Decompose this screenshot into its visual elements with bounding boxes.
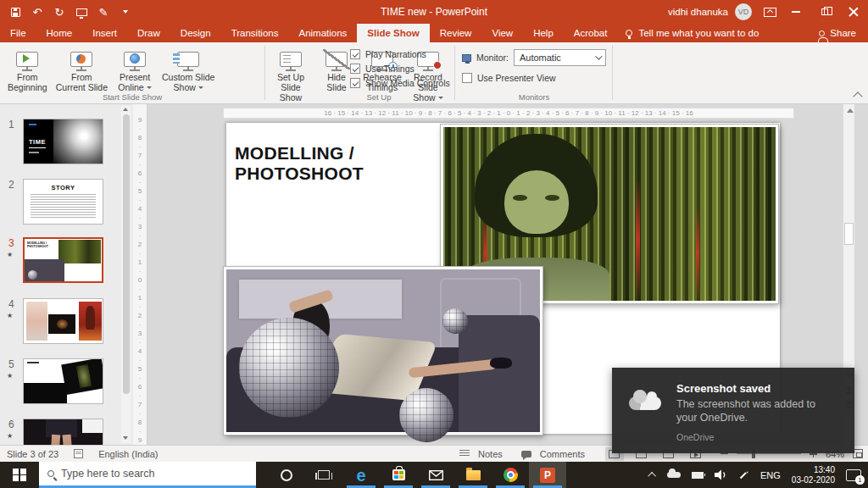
cortana-icon — [281, 469, 292, 481]
close-icon — [849, 7, 859, 17]
powerpoint-window: ↶ ↻ ✎ TIME new - PowerPoint vidhi dhanuk… — [0, 0, 868, 488]
slide-thumbnail-3-selected[interactable]: MODELLING / PHOTOSHOOT — [23, 237, 103, 283]
task-view-button[interactable] — [305, 462, 342, 488]
save-button[interactable] — [8, 5, 22, 19]
collapse-ribbon-button[interactable] — [853, 92, 862, 101]
monitor-dropdown[interactable]: Automatic — [514, 49, 606, 66]
use-presenter-view-checkbox[interactable]: Use Presenter View — [462, 73, 606, 83]
tab-acrobat[interactable]: Acrobat — [564, 24, 618, 42]
redo-button[interactable]: ↻ — [53, 5, 66, 19]
tab-view[interactable]: View — [481, 24, 523, 42]
slide-thumbnail-2[interactable]: STORY — [23, 179, 103, 225]
tell-me-box[interactable]: Tell me what you want to do — [617, 24, 767, 42]
tab-help[interactable]: Help — [523, 24, 564, 42]
chrome-icon — [504, 468, 518, 482]
from-current-slide-button[interactable]: From Current Slide — [53, 47, 110, 94]
onedrive-cloud-icon — [629, 396, 661, 410]
notes-button[interactable]: Notes — [478, 449, 503, 459]
use-timings-checkbox[interactable]: Use Timings — [350, 64, 456, 74]
undo-button[interactable]: ↶ — [31, 5, 44, 19]
chevron-down-icon — [123, 10, 128, 14]
language-indicator[interactable]: English (India) — [98, 449, 158, 459]
volume-icon[interactable] — [715, 469, 727, 480]
customize-qat-button[interactable] — [119, 5, 132, 19]
disco-ball-medium — [399, 388, 453, 442]
share-button[interactable]: Share — [819, 24, 868, 42]
minimize-button[interactable] — [782, 0, 810, 24]
ribbon-display-options-icon[interactable] — [764, 8, 776, 17]
lightbulb-icon — [626, 30, 632, 36]
slide-number: 2 — [8, 179, 14, 191]
chrome-button[interactable] — [492, 462, 529, 488]
thumb2-title: STORY — [24, 184, 103, 191]
scroll-up-icon — [847, 108, 854, 113]
start-button[interactable] — [0, 462, 39, 488]
edge-icon: e — [356, 467, 365, 484]
tab-review[interactable]: Review — [430, 24, 482, 42]
close-button[interactable] — [839, 0, 868, 24]
pen-icon[interactable] — [738, 469, 749, 480]
slide-number: 6 — [8, 419, 14, 430]
taskbar-search-box[interactable]: Type here to search — [39, 462, 256, 488]
action-center-button[interactable]: 1 — [846, 469, 861, 481]
minimize-icon — [792, 11, 800, 13]
account-name[interactable]: vidhi dhanuka — [668, 7, 728, 17]
spell-check-icon[interactable] — [74, 449, 83, 458]
tab-animations[interactable]: Animations — [288, 24, 357, 42]
avatar[interactable]: VD — [735, 3, 752, 20]
time: 13:40 — [792, 465, 835, 475]
toast-body: The screenshot was added to your OneDriv… — [676, 397, 837, 424]
slide-title-text[interactable]: MODELLING / PHOTOSHOOT — [235, 143, 364, 183]
slide-number: 1 — [8, 119, 14, 130]
tell-me-label: Tell me what you want to do — [638, 28, 759, 38]
microsoft-store-button[interactable] — [380, 462, 417, 488]
windows-logo-icon — [13, 469, 26, 482]
file-explorer-button[interactable] — [454, 462, 492, 488]
tab-transitions[interactable]: Transitions — [221, 24, 289, 42]
slide-thumbnail-4[interactable] — [23, 298, 103, 344]
edge-button[interactable]: e — [342, 462, 380, 488]
slide-thumbnail-5[interactable] — [23, 358, 103, 404]
slide-thumbnail-panel: 1 TIME 2 STORY 3 ★ MODELLIN — [0, 104, 133, 445]
start-slideshow-button[interactable] — [75, 5, 88, 19]
from-beginning-button[interactable]: From Beginning — [5, 47, 50, 94]
thumbnail-scrollbar[interactable] — [121, 106, 131, 443]
slide-thumbnail-6[interactable] — [23, 419, 103, 445]
onedrive-tray-icon[interactable] — [667, 472, 681, 478]
toast-title: Screenshot saved — [676, 382, 771, 395]
checkbox-checked-icon — [350, 78, 360, 88]
dropdown-caret-icon — [147, 86, 152, 89]
slide-indicator: Slide 3 of 23 — [7, 449, 58, 459]
tab-slide-show[interactable]: Slide Show — [357, 24, 429, 42]
group-divider — [454, 46, 455, 100]
tab-draw[interactable]: Draw — [127, 24, 170, 42]
onedrive-notification-toast[interactable]: Screenshot saved The screenshot was adde… — [612, 368, 854, 453]
windows-taskbar: Type here to search e P ENG 13:40 03-02-… — [0, 462, 868, 488]
tab-file[interactable]: File — [0, 24, 36, 42]
clock[interactable]: 13:40 03-02-2020 — [792, 465, 835, 485]
tab-design[interactable]: Design — [170, 24, 221, 42]
slide-number: 5 — [8, 358, 14, 370]
language-button[interactable]: ENG — [760, 470, 781, 480]
search-placeholder: Type here to search — [61, 468, 154, 480]
battery-icon[interactable] — [692, 472, 704, 479]
play-narrations-checkbox[interactable]: Play Narrations — [350, 49, 456, 59]
mail-button[interactable] — [417, 462, 454, 488]
powerpoint-taskbar-button[interactable]: P — [529, 462, 566, 488]
quick-access-toolbar: ↶ ↻ ✎ — [0, 5, 132, 19]
tray-chevron-icon[interactable] — [648, 472, 656, 480]
monitor-label: Monitor: — [476, 53, 509, 63]
animation-star-icon: ★ — [7, 312, 13, 319]
cortana-button[interactable] — [268, 462, 305, 488]
slide-thumbnail-1[interactable]: TIME — [23, 119, 103, 164]
tab-home[interactable]: Home — [36, 24, 83, 42]
comments-icon — [521, 451, 531, 458]
globe-screen-icon — [124, 52, 146, 67]
restore-button[interactable] — [810, 0, 839, 24]
tab-insert[interactable]: Insert — [82, 24, 127, 42]
slide-image-disco-couch[interactable] — [224, 267, 542, 435]
show-media-controls-checkbox[interactable]: Show Media Controls — [350, 78, 456, 88]
pen-button[interactable]: ✎ — [97, 5, 110, 19]
comments-button[interactable]: Comments — [540, 449, 585, 459]
redo-icon: ↻ — [55, 6, 64, 19]
